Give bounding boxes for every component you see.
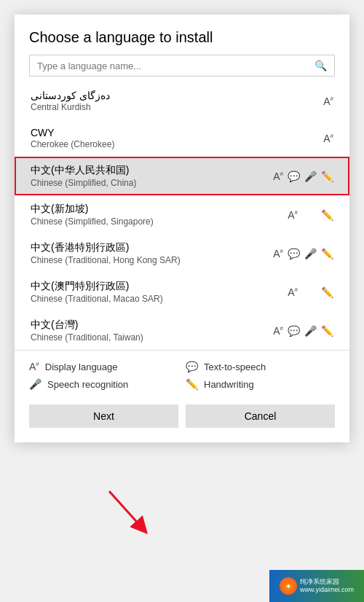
search-bar: 🔍	[29, 55, 335, 77]
legend-handwriting-label: Handwriting	[204, 379, 254, 390]
handwriting-legend-icon: ✏️	[186, 378, 198, 390]
lang-icons: A# 💬 🎤 ✏️	[273, 325, 333, 337]
lang-name: 中文(香港特別行政區)	[31, 241, 273, 254]
dialog-title: Choose a language to install	[15, 15, 349, 55]
lang-sub: Chinese (Simplified, China)	[31, 178, 273, 188]
list-item[interactable]: دەزگای کوردستانی Central Kurdish A#	[15, 82, 349, 120]
lang-name: 中文(新加坡)	[31, 203, 288, 216]
lang-icons: A#	[323, 95, 333, 107]
mic-icon: 🎤	[304, 171, 317, 182]
language-list: دەزگای کوردستانی Central Kurdish A# CWY …	[15, 82, 349, 350]
legend-speech-recognition: 🎤 Speech recognition	[29, 378, 178, 390]
handwriting-icon: ✏️	[321, 325, 333, 337]
font-icon: A#	[323, 133, 333, 144]
lang-icons: A# ✏️	[288, 209, 333, 221]
lang-name: 中文(台灣)	[31, 318, 273, 332]
list-item[interactable]: 中文(澳門特別行政區) Chinese (Traditional, Macao …	[15, 273, 349, 311]
lang-icons: A#	[323, 133, 333, 144]
lang-sub: Chinese (Traditional, Taiwan)	[31, 332, 273, 343]
lang-sub: Chinese (Simplified, Singapore)	[31, 216, 288, 227]
mic-icon: 🎤	[304, 325, 317, 337]
next-button[interactable]: Next	[29, 404, 178, 428]
font-icon: A#	[273, 171, 283, 182]
speech-icon: 💬	[288, 325, 300, 337]
handwriting-icon: ✏️	[321, 209, 333, 221]
font-icon: A#	[288, 209, 298, 221]
handwriting-icon: ✏️	[321, 248, 333, 259]
language-install-dialog: Choose a language to install 🔍 دەزگای کو…	[15, 15, 349, 442]
legend-mic-label: Speech recognition	[47, 379, 128, 390]
search-icon: 🔍	[314, 60, 327, 71]
font-icon: A#	[288, 286, 298, 298]
legend-display-label: Display language	[45, 361, 118, 372]
list-item[interactable]: CWY Cherokee (Cherokee) A#	[15, 120, 349, 157]
watermark: ✦ 纯净系统家园www.yidaimei.com	[269, 570, 364, 602]
handwriting-icon: ✏️	[321, 171, 333, 182]
legend-area: A# Display language 💬 Text-to-speech 🎤 S…	[15, 350, 349, 397]
speech-legend-icon: 💬	[186, 361, 198, 372]
mic-legend-icon: 🎤	[29, 378, 41, 390]
lang-sub: Chinese (Traditional, Hong Kong SAR)	[31, 255, 273, 265]
watermark-text: 纯净系统家园www.yidaimei.com	[300, 578, 354, 594]
lang-sub: Cherokee (Cherokee)	[31, 139, 323, 149]
lang-sub: Central Kurdish	[31, 102, 323, 112]
legend-display-language: A# Display language	[29, 361, 178, 372]
mic-icon: 🎤	[304, 248, 317, 259]
legend-speech-label: Text-to-speech	[204, 361, 266, 372]
handwriting-icon: ✏️	[321, 286, 333, 298]
lang-name: 中文(澳門特別行政區)	[31, 280, 288, 293]
legend-text-to-speech: 💬 Text-to-speech	[186, 361, 335, 372]
lang-sub: Chinese (Traditional, Macao SAR)	[31, 294, 288, 304]
font-icon: A#	[273, 325, 283, 337]
svg-line-1	[109, 491, 142, 528]
font-icon: A#	[323, 95, 333, 107]
arrow-indicator	[102, 484, 160, 542]
list-item[interactable]: 中文(台灣) Chinese (Traditional, Taiwan) A# …	[15, 311, 349, 350]
button-row: Next Cancel	[15, 397, 349, 442]
font-legend-icon: A#	[29, 361, 39, 372]
cancel-button[interactable]: Cancel	[186, 404, 335, 428]
list-item[interactable]: 中文(香港特別行政區) Chinese (Traditional, Hong K…	[15, 234, 349, 273]
speech-icon: 💬	[288, 248, 300, 259]
legend-handwriting: ✏️ Handwriting	[186, 378, 335, 390]
font-icon: A#	[273, 248, 283, 259]
search-input[interactable]	[37, 60, 314, 71]
lang-name: 中文(中华人民共和国)	[31, 164, 273, 177]
list-item-selected[interactable]: 中文(中华人民共和国) Chinese (Simplified, China) …	[15, 157, 349, 195]
lang-icons: A# ✏️	[288, 286, 333, 298]
lang-name: CWY	[31, 127, 323, 138]
lang-icons: A# 💬 🎤 ✏️	[273, 248, 333, 259]
lang-name: دەزگای کوردستانی	[31, 90, 323, 101]
list-item[interactable]: 中文(新加坡) Chinese (Simplified, Singapore) …	[15, 195, 349, 234]
speech-icon: 💬	[288, 171, 300, 182]
lang-icons: A# 💬 🎤 ✏️	[273, 171, 333, 182]
